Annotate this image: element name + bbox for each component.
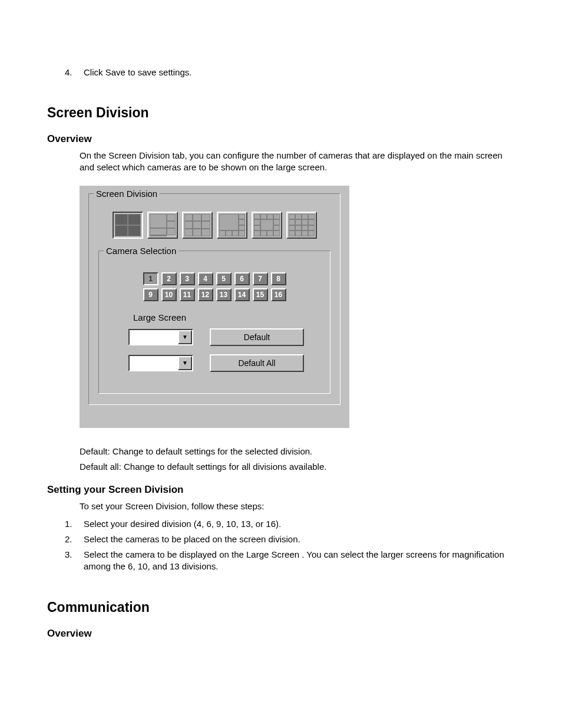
subheading-setting: Setting your Screen Division — [47, 483, 515, 497]
chevron-down-icon: ▼ — [178, 356, 192, 370]
camera-6-button[interactable]: 6 — [234, 272, 250, 285]
camera-3-button[interactable]: 3 — [180, 272, 195, 285]
default-all-note: Default all: Change to default settings … — [80, 461, 515, 473]
camera-5-button[interactable]: 5 — [216, 272, 232, 285]
large-screen-combo-2[interactable]: ▼ — [128, 355, 193, 371]
camera-8-button[interactable]: 8 — [271, 272, 286, 285]
camera-button-grid: 1 2 3 4 5 6 7 8 9 10 11 12 13 14 — [107, 272, 322, 301]
camera-11-button[interactable]: 11 — [180, 288, 195, 301]
heading-screen-division: Screen Division — [47, 104, 515, 122]
division-6-button[interactable] — [147, 212, 178, 239]
large-screen-row-2: ▼ Default All — [128, 354, 322, 372]
list-item: 1. Select your desired division (4, 6, 9… — [47, 516, 515, 532]
camera-groupbox-legend: Camera Selection — [104, 245, 178, 257]
division-10-button[interactable] — [217, 212, 247, 239]
list-number: 3. — [65, 549, 73, 573]
list-number: 1. — [65, 518, 73, 530]
screen-division-panel: Screen Division — [80, 186, 349, 428]
division-4-button[interactable] — [113, 212, 143, 239]
camera-15-button[interactable]: 15 — [253, 288, 268, 301]
list-text: Select the camera to be displayed on the… — [84, 549, 515, 573]
subheading-comm-overview: Overview — [47, 627, 515, 641]
camera-13-button[interactable]: 13 — [216, 288, 232, 301]
default-note: Default: Change to default settings for … — [80, 446, 515, 457]
list-number: 2. — [65, 533, 73, 545]
dialog-screenshot: Screen Division — [80, 186, 515, 428]
camera-7-button[interactable]: 7 — [253, 272, 268, 285]
list-item: 3. Select the camera to be displayed on … — [47, 547, 515, 575]
division-layout-row — [95, 208, 334, 251]
large-screen-label: Large Screen — [133, 312, 322, 324]
subheading-overview: Overview — [47, 133, 515, 146]
camera-4-button[interactable]: 4 — [198, 272, 213, 285]
camera-14-button[interactable]: 14 — [234, 288, 250, 301]
camera-selection-groupbox: Camera Selection 1 2 3 4 5 6 7 8 9 10 11… — [98, 251, 330, 394]
list-text: Select the cameras to be placed on the s… — [84, 533, 515, 545]
list-text: Select your desired division (4, 6, 9, 1… — [84, 518, 515, 530]
large-screen-row-1: ▼ Default — [128, 328, 322, 346]
setting-intro: To set your Screen Division, follow thes… — [80, 500, 515, 512]
camera-12-button[interactable]: 12 — [198, 288, 213, 301]
division-16-button[interactable] — [286, 212, 317, 239]
list-text: Click Save to save settings. — [84, 67, 515, 78]
camera-10-button[interactable]: 10 — [161, 288, 177, 301]
list-item: 4. Click Save to save settings. — [47, 65, 515, 80]
camera-16-button[interactable]: 16 — [271, 288, 286, 301]
default-button[interactable]: Default — [210, 328, 304, 346]
division-9-button[interactable] — [182, 212, 213, 239]
chevron-down-icon: ▼ — [178, 330, 192, 344]
list-number: 4. — [65, 67, 73, 78]
heading-communication: Communication — [47, 598, 515, 617]
camera-1-button[interactable]: 1 — [143, 272, 158, 285]
camera-9-button[interactable]: 9 — [143, 288, 158, 301]
default-all-button[interactable]: Default All — [210, 354, 304, 372]
screen-division-groupbox: Screen Division — [88, 193, 340, 405]
overview-paragraph: On the Screen Division tab, you can conf… — [80, 150, 515, 174]
large-screen-combo-1[interactable]: ▼ — [128, 329, 193, 345]
division-13-button[interactable] — [252, 212, 282, 239]
groupbox-legend: Screen Division — [94, 188, 160, 200]
list-item: 2. Select the cameras to be placed on th… — [47, 532, 515, 547]
camera-2-button[interactable]: 2 — [161, 272, 177, 285]
